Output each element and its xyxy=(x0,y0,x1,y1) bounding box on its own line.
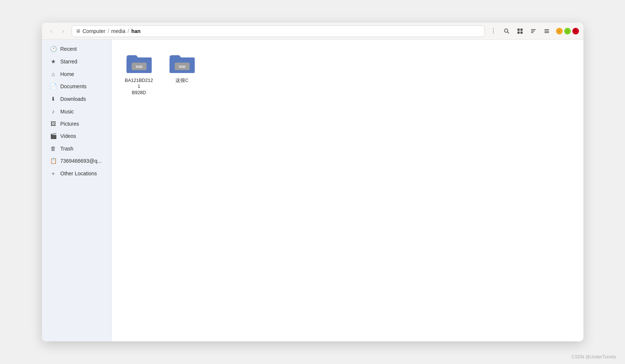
other-locations-icon: + xyxy=(50,170,57,176)
sidebar-item-account[interactable]: 📋 7369466693@q... xyxy=(44,155,109,167)
music-icon: ♪ xyxy=(50,108,57,115)
file-item-1[interactable]: SSD BA121BD2121B928D xyxy=(121,49,158,99)
folder-icon-wrap-1: SSD xyxy=(126,52,152,75)
file-content-area: SSD BA121BD2121B928D SSD xyxy=(112,40,583,341)
sidebar-label-videos: Videos xyxy=(60,133,76,139)
sidebar-item-pictures[interactable]: 🖼 Pictures xyxy=(44,118,109,129)
sidebar-label-documents: Documents xyxy=(60,83,87,89)
watermark: CSDN @UnderTurrets xyxy=(572,354,616,360)
search-button[interactable] xyxy=(501,26,512,37)
trash-icon: 🗑 xyxy=(50,145,57,152)
sidebar-item-documents[interactable]: 📄 Documents xyxy=(44,80,109,92)
svg-point-0 xyxy=(504,29,508,32)
sidebar-label-pictures: Pictures xyxy=(60,121,79,127)
svg-text:SSD: SSD xyxy=(135,65,142,69)
svg-rect-5 xyxy=(520,32,523,34)
sidebar-label-music: Music xyxy=(60,109,74,115)
view-grid-button[interactable] xyxy=(514,26,526,37)
svg-line-1 xyxy=(507,32,509,33)
sidebar-label-starred: Starred xyxy=(60,59,78,64)
sidebar-label-trash: Trash xyxy=(60,146,73,152)
main-layout: 🕐 Recent ★ Starred ⌂ Home 📄 Documents ⬇ … xyxy=(42,40,583,341)
folder-icon-wrap-2: SSD xyxy=(169,52,195,75)
account-icon: 📋 xyxy=(50,158,57,164)
sidebar-item-starred[interactable]: ★ Starred xyxy=(44,56,109,67)
maximize-button[interactable]: □ xyxy=(564,28,571,34)
recent-icon: 🕐 xyxy=(50,46,57,52)
breadcrumb-sep-2: / xyxy=(128,28,129,34)
forward-button[interactable]: › xyxy=(58,26,69,36)
view-list-button[interactable] xyxy=(541,26,552,37)
breadcrumb: 🖥 Computer / media / han xyxy=(72,25,485,37)
menu-button[interactable]: ⋮ xyxy=(488,26,499,37)
file-grid: SSD BA121BD2121B928D SSD xyxy=(121,49,575,99)
sidebar-label-downloads: Downloads xyxy=(60,96,86,102)
sidebar-label-home: Home xyxy=(60,71,74,77)
view-sort-button[interactable] xyxy=(528,26,539,37)
breadcrumb-computer[interactable]: Computer xyxy=(83,28,105,34)
sidebar-item-music[interactable]: ♪ Music xyxy=(44,106,109,117)
downloads-icon: ⬇ xyxy=(50,96,57,102)
folder-svg-2: SSD xyxy=(169,52,195,75)
sidebar-item-home[interactable]: ⌂ Home xyxy=(44,68,109,80)
svg-text:SSD: SSD xyxy=(178,65,185,69)
pictures-icon: 🖼 xyxy=(50,120,57,127)
folder-svg-1: SSD xyxy=(126,52,152,75)
back-button[interactable]: ‹ xyxy=(46,26,57,36)
sidebar-item-other-locations[interactable]: + Other Locations xyxy=(44,168,109,179)
starred-icon: ★ xyxy=(50,58,57,65)
sidebar-item-videos[interactable]: 🎬 Videos xyxy=(44,130,109,142)
videos-icon: 🎬 xyxy=(50,133,57,139)
breadcrumb-sep-1: / xyxy=(108,28,109,34)
titlebar-actions: ⋮ xyxy=(488,26,579,37)
minimize-button[interactable]: – xyxy=(556,28,563,34)
home-icon: ⌂ xyxy=(50,71,57,77)
sidebar: 🕐 Recent ★ Starred ⌂ Home 📄 Documents ⬇ … xyxy=(42,40,112,341)
breadcrumb-media[interactable]: media xyxy=(111,28,125,34)
svg-rect-3 xyxy=(520,29,523,31)
sidebar-item-downloads[interactable]: ⬇ Downloads xyxy=(44,93,109,105)
close-button[interactable]: × xyxy=(572,28,579,34)
computer-icon: 🖥 xyxy=(76,28,80,34)
nav-buttons: ‹ › xyxy=(46,26,69,36)
sidebar-item-recent[interactable]: 🕐 Recent xyxy=(44,43,109,55)
breadcrumb-han[interactable]: han xyxy=(131,28,141,34)
sidebar-label-recent: Recent xyxy=(60,46,77,52)
titlebar: ‹ › 🖥 Computer / media / han ⋮ xyxy=(42,23,583,40)
window-controls: – □ × xyxy=(556,28,579,34)
file-name-1: BA121BD2121B928D xyxy=(124,77,154,96)
sidebar-item-trash[interactable]: 🗑 Trash xyxy=(44,143,109,154)
svg-rect-2 xyxy=(517,29,520,31)
file-manager-window: ‹ › 🖥 Computer / media / han ⋮ xyxy=(42,23,583,341)
sidebar-label-account: 7369466693@q... xyxy=(60,158,102,164)
file-name-2: 这很C xyxy=(175,77,188,83)
svg-rect-4 xyxy=(517,32,520,34)
documents-icon: 📄 xyxy=(50,83,57,90)
sidebar-label-other-locations: Other Locations xyxy=(60,171,97,176)
file-item-2[interactable]: SSD 这很C xyxy=(164,49,201,99)
